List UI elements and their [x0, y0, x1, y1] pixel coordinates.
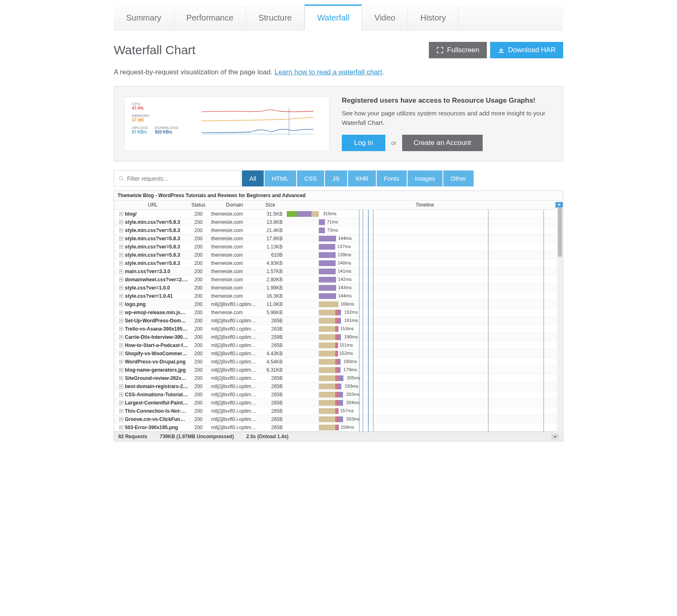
- row-url: style.min.css?ver=5.8.3: [125, 219, 180, 225]
- expand-icon[interactable]: +: [119, 343, 123, 347]
- expand-icon[interactable]: +: [119, 261, 123, 265]
- table-row[interactable]: +style.min.css?ver=5.8.3200themeisle.com…: [114, 243, 563, 251]
- col-size-header[interactable]: Size: [258, 202, 287, 208]
- expand-icon[interactable]: +: [119, 352, 123, 356]
- filter-xhr[interactable]: XHR: [348, 170, 376, 186]
- expand-icon[interactable]: +: [119, 393, 123, 397]
- scrollbar-thumb[interactable]: [558, 207, 562, 257]
- or-text: or: [391, 140, 396, 146]
- col-timeline-header[interactable]: Timeline: [287, 202, 563, 208]
- table-row[interactable]: +main.css?ver=3.3.0200themeisle.com1.57K…: [114, 267, 563, 276]
- row-domain: themeisle.com: [209, 269, 258, 274]
- download-har-button[interactable]: Download HAR: [490, 42, 563, 58]
- timeline-dropdown-icon[interactable]: [555, 202, 563, 208]
- expand-icon[interactable]: +: [119, 253, 123, 257]
- expand-icon[interactable]: +: [119, 286, 123, 290]
- table-row[interactable]: +wp-emoji-release.min.js?…200themeisle.c…: [114, 308, 563, 317]
- expand-icon[interactable]: +: [119, 425, 123, 430]
- expand-icon[interactable]: +: [119, 278, 123, 282]
- table-row[interactable]: +How-to-Start-a-Podcast-f…200mllj2j8xvfl…: [114, 341, 563, 349]
- expand-icon[interactable]: +: [119, 269, 123, 274]
- col-status-header[interactable]: Status: [188, 202, 209, 208]
- table-row[interactable]: +Groove.cm-vs-ClickFunn…200mllj2j8xvfl0.…: [114, 415, 563, 423]
- waterfall-panel: ThemeIsle Blog - WordPress Tutorials and…: [114, 191, 563, 441]
- table-row[interactable]: +CSS-Animations-Tutorial-…200mllj2j8xvfl…: [114, 391, 563, 399]
- filter-js[interactable]: JS: [325, 170, 347, 186]
- table-row[interactable]: +logo.png200mllj2j8xvfl0.i.optimol…11.0K…: [114, 300, 563, 308]
- fullscreen-button[interactable]: Fullscreen: [429, 42, 486, 58]
- expand-icon[interactable]: +: [119, 417, 123, 421]
- row-timeline: 179ms: [287, 366, 563, 374]
- table-row[interactable]: +style.min.css?ver=5.8.3200themeisle.com…: [114, 259, 563, 267]
- expand-icon[interactable]: +: [119, 384, 123, 388]
- table-row[interactable]: +Largest-Contentful-Paint-…200mllj2j8xvf…: [114, 399, 563, 407]
- row-status: 200: [188, 425, 209, 430]
- row-time: 190ms: [344, 334, 358, 339]
- footer-dropdown-icon[interactable]: [551, 434, 559, 439]
- table-row[interactable]: +WordPress-vs-Drupal.png200mllj2j8xvfl0.…: [114, 358, 563, 366]
- col-domain-header[interactable]: Domain: [209, 202, 258, 208]
- expand-icon[interactable]: +: [119, 245, 123, 249]
- table-row[interactable]: +style.min.css?ver=5.8.3200themeisle.com…: [114, 226, 563, 234]
- filter-other[interactable]: Other: [443, 170, 474, 186]
- expand-icon[interactable]: +: [119, 294, 123, 298]
- expand-icon[interactable]: +: [119, 302, 123, 306]
- table-row[interactable]: +style.css?ver=1.0.0200themeisle.com1.99…: [114, 284, 563, 292]
- create-account-button[interactable]: Create an Account: [402, 135, 483, 151]
- expand-icon[interactable]: +: [119, 368, 123, 372]
- filter-images[interactable]: Images: [408, 170, 442, 186]
- filter-all[interactable]: All: [242, 170, 264, 186]
- filter-fonts[interactable]: Fonts: [377, 170, 407, 186]
- table-row[interactable]: +Shopify-vs-WooCommer…200mllj2j8xvfl0.i.…: [114, 349, 563, 358]
- expand-icon[interactable]: +: [119, 237, 123, 241]
- tab-waterfall[interactable]: Waterfall: [304, 5, 362, 30]
- tab-history[interactable]: History: [408, 6, 458, 30]
- row-url: domainwheel.css?ver=2.…: [125, 277, 188, 283]
- expand-icon[interactable]: +: [119, 335, 123, 339]
- col-url-header[interactable]: URL: [114, 202, 188, 208]
- expand-icon[interactable]: +: [119, 376, 123, 380]
- table-row[interactable]: +Trello-vs-Asana-390x195.…200mllj2j8xvfl…: [114, 325, 563, 333]
- table-row[interactable]: +blog-name-generators.jpg200mllj2j8xvfl0…: [114, 366, 563, 374]
- learn-link[interactable]: Learn how to read a waterfall chart: [274, 68, 382, 76]
- table-row[interactable]: +Set-Up-WordPress-Doma…200mllj2j8xvfl0.i…: [114, 317, 563, 325]
- login-button[interactable]: Log in: [342, 135, 385, 151]
- expand-icon[interactable]: +: [119, 360, 123, 364]
- table-row[interactable]: +style.min.css?ver=5.8.3200themeisle.com…: [114, 251, 563, 259]
- table-row[interactable]: +best-domain-registrars-2…200mllj2j8xvfl…: [114, 382, 563, 391]
- tab-summary[interactable]: Summary: [114, 6, 174, 30]
- tab-video[interactable]: Video: [362, 6, 408, 30]
- expand-icon[interactable]: +: [119, 212, 123, 216]
- row-size: 4.43KB: [258, 351, 287, 356]
- filter-input[interactable]: [124, 171, 237, 186]
- row-url: WordPress-vs-Drupal.png: [125, 359, 186, 365]
- filter-html[interactable]: HTML: [265, 170, 296, 186]
- expand-icon[interactable]: +: [119, 401, 123, 405]
- row-size: 265B: [258, 375, 287, 381]
- expand-icon[interactable]: +: [119, 228, 123, 232]
- table-row[interactable]: +style.min.css?ver=5.8.3200themeisle.com…: [114, 218, 563, 226]
- expand-icon[interactable]: +: [119, 327, 123, 331]
- row-timeline: 144ms: [287, 292, 563, 300]
- expand-icon[interactable]: +: [119, 409, 123, 413]
- filter-css[interactable]: CSS: [297, 170, 325, 186]
- row-domain: mllj2j8xvfl0.i.optimol…: [209, 334, 258, 340]
- tab-performance[interactable]: Performance: [174, 6, 246, 30]
- table-row[interactable]: +style.min.css?ver=5.8.3200themeisle.com…: [114, 234, 563, 243]
- table-row[interactable]: +503-Error-390x195.png200mllj2j8xvfl0.i.…: [114, 423, 563, 432]
- expand-icon[interactable]: +: [119, 220, 123, 224]
- row-url: style.min.css?ver=5.8.3: [125, 228, 180, 233]
- table-row[interactable]: +domainwheel.css?ver=2.…200themeisle.com…: [114, 276, 563, 284]
- expand-icon[interactable]: +: [119, 310, 123, 315]
- table-row[interactable]: +SiteGround-review-282x1…200mllj2j8xvfl0…: [114, 374, 563, 382]
- table-row[interactable]: +This-Connection-Is-Not-P…200mllj2j8xvfl…: [114, 407, 563, 415]
- table-row[interactable]: +blog/200themeisle.com31.5KB315ms: [114, 210, 563, 218]
- waterfall-body[interactable]: +blog/200themeisle.com31.5KB315ms+style.…: [114, 210, 563, 432]
- row-timeline: 139ms: [287, 251, 563, 259]
- tab-structure[interactable]: Structure: [246, 6, 304, 30]
- scrollbar[interactable]: [557, 207, 563, 433]
- table-row[interactable]: +Carrie-Dils-Interview-390…200mllj2j8xvf…: [114, 333, 563, 341]
- expand-icon[interactable]: +: [119, 319, 123, 323]
- table-row[interactable]: +style.css?ver=1.0.41200themeisle.com16.…: [114, 292, 563, 300]
- row-status: 200: [188, 334, 209, 340]
